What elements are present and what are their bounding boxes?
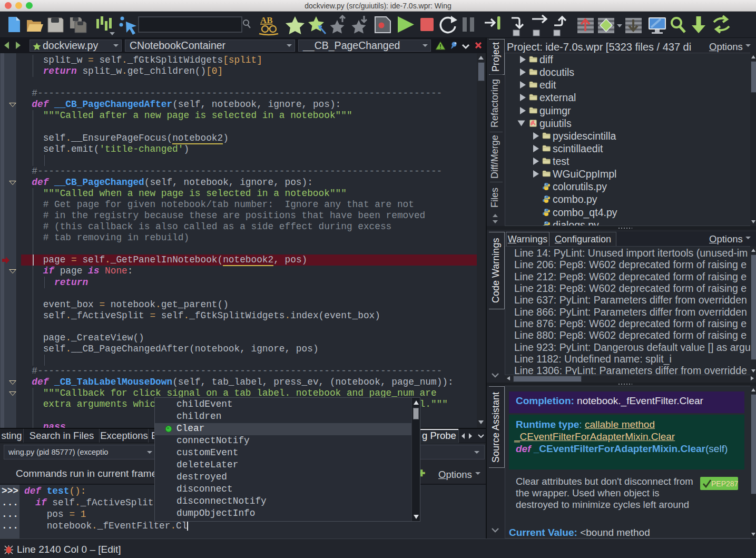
svg-text:AB: AB (260, 15, 273, 25)
